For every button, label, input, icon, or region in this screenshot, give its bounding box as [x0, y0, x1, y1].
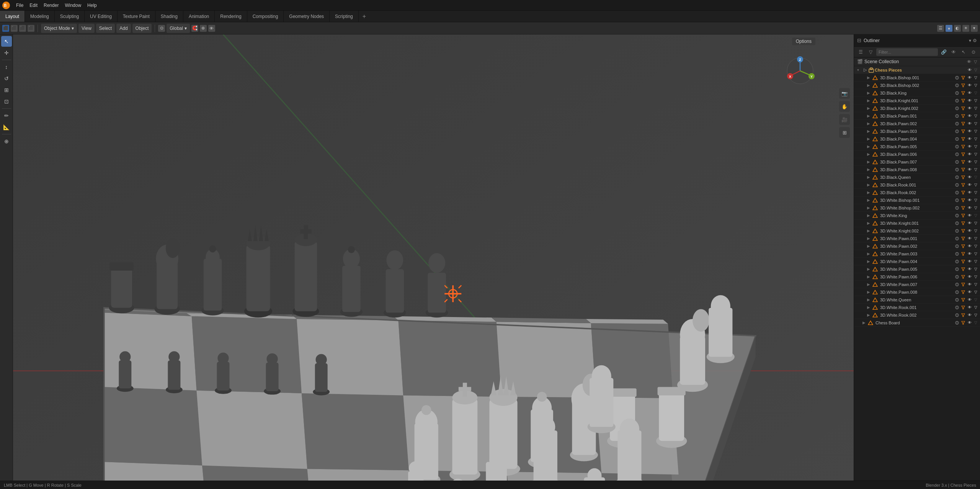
outliner-item[interactable]: ▶ 3D.Black.Knight.001 👁 ▽	[854, 97, 980, 105]
transform-space-dropdown[interactable]: Global ▾	[167, 24, 190, 33]
tab-modeling[interactable]: Modeling	[25, 11, 55, 22]
item-visibility[interactable]: 👁	[967, 221, 972, 226]
item-visibility[interactable]: 👁	[967, 228, 972, 234]
item-visibility[interactable]: 👁	[967, 190, 972, 195]
item-filter-icon[interactable]	[961, 152, 965, 157]
add-menu[interactable]: Add	[116, 24, 131, 33]
item-armature-icon[interactable]	[955, 167, 959, 172]
view-menu[interactable]: View	[78, 24, 95, 33]
menu-window[interactable]: Window	[62, 2, 84, 9]
menu-help[interactable]: Help	[84, 2, 100, 9]
panel-editor-dropdown[interactable]: ▾	[969, 38, 971, 43]
item-visibility[interactable]: 👁	[967, 320, 972, 325]
item-armature-icon[interactable]	[955, 267, 959, 271]
scene-restrict-icon[interactable]: ▽	[974, 59, 977, 64]
item-visibility[interactable]: 👁	[967, 159, 972, 165]
item-restrict[interactable]: ▽	[973, 106, 978, 111]
collection-visibility-toggle[interactable]: 👁	[967, 67, 972, 73]
item-restrict[interactable]: ▽	[973, 267, 978, 272]
item-restrict[interactable]: ▽	[973, 221, 978, 226]
item-visibility[interactable]: 👁	[967, 282, 972, 287]
outliner-item[interactable]: ▶ 3D.Black.Knight.002 👁 ▽	[854, 105, 980, 112]
item-armature-icon[interactable]	[955, 321, 959, 325]
item-visibility[interactable]: 👁	[967, 152, 972, 157]
object-mode-dropdown[interactable]: Object Mode ▾	[41, 24, 77, 33]
menu-file[interactable]: File	[13, 2, 26, 9]
item-armature-icon[interactable]	[955, 313, 959, 317]
viewport-shading-render[interactable]: ☀	[962, 25, 969, 32]
tool-select[interactable]: ↖	[1, 36, 12, 47]
outliner-item[interactable]: ▶ 3D.White.Pawn.002 👁 ▽	[854, 242, 980, 250]
toolbar-icon3[interactable]: ⬛	[19, 25, 26, 32]
item-filter-icon[interactable]	[961, 313, 965, 317]
item-filter-icon[interactable]	[961, 252, 965, 256]
outliner-restrict-select-icon[interactable]: ↖	[959, 48, 968, 56]
outliner-item[interactable]: ▶ 3D.White.King 👁 ▽	[854, 212, 980, 219]
item-visibility[interactable]: 👁	[967, 213, 972, 218]
outliner-restrict-icon[interactable]: 👁	[949, 48, 958, 56]
item-armature-icon[interactable]	[955, 175, 959, 180]
item-restrict[interactable]: ▽	[973, 182, 978, 188]
item-filter-icon[interactable]	[961, 198, 965, 203]
tab-sculpting[interactable]: Sculpting	[55, 11, 85, 22]
viewport-shading-material[interactable]: ◐	[954, 25, 961, 32]
item-armature-icon[interactable]	[955, 75, 959, 80]
item-visibility[interactable]: 👁	[967, 297, 972, 303]
item-armature-icon[interactable]	[955, 252, 959, 256]
outliner-item[interactable]: ▶ 3D.White.Bishop.002 👁 ▽	[854, 204, 980, 212]
tab-animation[interactable]: Animation	[183, 11, 215, 22]
item-filter-icon[interactable]	[961, 259, 965, 264]
outliner-search-input[interactable]	[876, 48, 938, 56]
item-visibility[interactable]: 👁	[967, 251, 972, 257]
item-armature-icon[interactable]	[955, 213, 959, 218]
tab-scripting[interactable]: Scripting	[330, 11, 359, 22]
outliner-item[interactable]: ▶ 3D.White.Pawn.006 👁 ▽	[854, 273, 980, 281]
tool-cursor[interactable]: ✛	[1, 47, 12, 58]
item-filter-icon[interactable]	[961, 144, 965, 149]
item-filter-icon[interactable]	[961, 244, 965, 249]
show-overlay-icon[interactable]: 👁	[208, 25, 215, 32]
item-armature-icon[interactable]	[955, 236, 959, 241]
item-filter-icon[interactable]	[961, 121, 965, 126]
item-visibility[interactable]: 👁	[967, 167, 972, 172]
item-filter-icon[interactable]	[961, 75, 965, 80]
item-restrict[interactable]: ▽	[973, 98, 978, 103]
outliner-item[interactable]: ▶ 3D.White.Queen 👁 ▽	[854, 296, 980, 304]
item-filter-icon[interactable]	[961, 236, 965, 241]
item-filter-icon[interactable]	[961, 221, 965, 226]
item-armature-icon[interactable]	[955, 144, 959, 149]
outliner-item[interactable]: ▶ 3D.Black.Pawn.005 👁 ▽	[854, 143, 980, 150]
item-armature-icon[interactable]	[955, 244, 959, 249]
item-armature-icon[interactable]	[955, 190, 959, 195]
item-armature-icon[interactable]	[955, 129, 959, 134]
item-visibility[interactable]: 👁	[967, 267, 972, 272]
tab-geometry-nodes[interactable]: Geometry Nodes	[284, 11, 330, 22]
collection-chess-pieces[interactable]: ▾ ▷ Chess Pieces 👁 ▽	[854, 66, 980, 74]
item-armature-icon[interactable]	[955, 221, 959, 226]
item-filter-icon[interactable]	[961, 83, 965, 88]
viewport-shading-wire[interactable]: ☰	[937, 25, 944, 32]
item-filter-icon[interactable]	[961, 305, 965, 310]
item-visibility[interactable]: 👁	[967, 244, 972, 249]
item-restrict[interactable]: ▽	[973, 305, 978, 310]
item-armature-icon[interactable]	[955, 206, 959, 210]
tool-transform[interactable]: ⊡	[1, 96, 12, 107]
item-restrict[interactable]: ▽	[973, 129, 978, 134]
item-armature-icon[interactable]	[955, 137, 959, 141]
item-restrict[interactable]: ▽	[973, 152, 978, 157]
item-visibility[interactable]: 👁	[967, 205, 972, 211]
item-armature-icon[interactable]	[955, 91, 959, 95]
outliner-restrict-render-icon[interactable]: ⊙	[969, 48, 978, 56]
viewport-shading-more[interactable]: ▾	[971, 25, 978, 32]
viewport-grid-icon[interactable]: ⊞	[839, 127, 850, 138]
item-restrict[interactable]: ▽	[973, 121, 978, 126]
item-visibility[interactable]: 👁	[967, 289, 972, 295]
item-restrict[interactable]: ▽	[973, 198, 978, 203]
item-filter-icon[interactable]	[961, 206, 965, 210]
outliner-item[interactable]: ▶ 3D.Black.Pawn.007 👁 ▽	[854, 158, 980, 166]
item-visibility[interactable]: 👁	[967, 90, 972, 96]
pivot-icon[interactable]: ⊙	[158, 25, 165, 32]
item-restrict[interactable]: ▽	[973, 320, 978, 325]
item-armature-icon[interactable]	[955, 114, 959, 118]
item-visibility[interactable]: 👁	[967, 236, 972, 241]
